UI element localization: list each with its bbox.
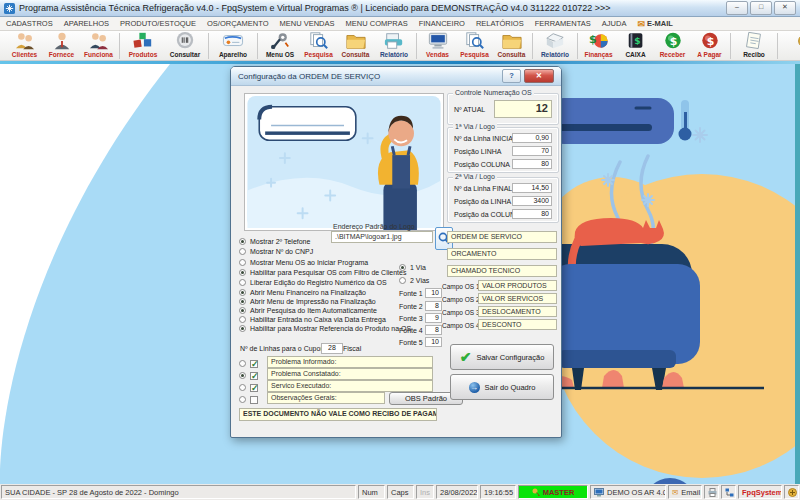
option-mostrar-2-telefone[interactable]: Mostrar 2º Telefone [239, 237, 310, 246]
radio-icon[interactable] [239, 384, 246, 391]
toolbar-relatorio-vendas[interactable]: Relatório [535, 31, 575, 60]
linha-final-field[interactable]: 14,50 [512, 183, 552, 193]
toolbar-pesquisa-vendas[interactable]: Pesquisa [456, 31, 493, 60]
toolbar-a-pagar[interactable]: $ A Pagar [691, 31, 728, 60]
titulo-orcamento-field[interactable]: ORCAMENTO [447, 248, 557, 260]
menu-produto-estoque[interactable]: PRODUTO/ESTOQUE [120, 19, 196, 28]
toolbar-recibo[interactable]: Recibo [733, 31, 775, 60]
fonte4-field[interactable]: 8 [425, 325, 442, 335]
titulo-ordem-servico-field[interactable]: ORDEM DE SERVICO [447, 231, 557, 243]
radio-icon[interactable] [239, 372, 246, 379]
close-button[interactable]: ✕ [774, 1, 796, 15]
option-1-via[interactable]: 1 Via [399, 263, 426, 272]
toolbar-moeda[interactable] [780, 31, 800, 60]
radio-icon[interactable] [239, 298, 246, 305]
radio-icon[interactable] [239, 238, 246, 245]
campo-os-1-field[interactable]: VALOR PRODUTOS [478, 280, 557, 291]
toolbar-consultar-produtos[interactable]: Consultar [164, 31, 206, 60]
radio-icon[interactable] [239, 316, 246, 323]
linha-inicial-field[interactable]: 0,90 [512, 133, 552, 143]
toolbar-vendas[interactable]: Vendas [419, 31, 456, 60]
radio-icon[interactable] [239, 259, 246, 266]
posicao-coluna-field[interactable]: 80 [512, 159, 552, 169]
toolbar-consulta-os[interactable]: Consulta [337, 31, 374, 60]
radio-icon[interactable] [239, 248, 246, 255]
campo-os-3-field[interactable]: DESLOCAMENTO [478, 306, 557, 317]
campo-os-4-field[interactable]: DESCONTO [478, 319, 557, 330]
radio-icon[interactable] [239, 325, 246, 332]
radio-icon[interactable] [399, 277, 406, 284]
status-printer[interactable] [704, 485, 719, 499]
option-referencia-produto-os[interactable]: Habilitar para Mostrar Referencia do Pro… [239, 324, 411, 333]
fonte1-field[interactable]: 10 [425, 288, 442, 298]
radio-icon[interactable] [239, 269, 246, 276]
toolbar-pesquisa-os[interactable]: Pesquisa [300, 31, 337, 60]
posicao-linha-field[interactable]: 70 [512, 146, 552, 156]
option-mostrar-cnpj[interactable]: Mostrar Nº do CNPJ [239, 247, 313, 256]
menu-os-orcamento[interactable]: OS/ORÇAMENTO [207, 19, 269, 28]
campo-os-2-field[interactable]: VALOR SERVICOS [478, 293, 557, 304]
menu-vendas[interactable]: MENU VENDAS [280, 19, 335, 28]
option-liberar-edicao-registro[interactable]: Liberar Edição do Registro Numérico da O… [239, 278, 387, 287]
fonte5-field[interactable]: 10 [425, 337, 442, 347]
maximize-button[interactable]: □ [750, 1, 772, 15]
menu-relatorios[interactable]: RELATÓRIOS [476, 19, 524, 28]
option-pesquisa-item-automatico[interactable]: Abrir Pesquisa do Item Automaticamente [239, 306, 377, 315]
cupom-field[interactable]: 28 [321, 343, 343, 354]
checkbox-icon[interactable] [250, 360, 258, 368]
radio-icon[interactable] [239, 289, 246, 296]
fonte3-field[interactable]: 9 [425, 313, 442, 323]
titulo-chamado-tecnico-field[interactable]: CHAMADO TECNICO [447, 265, 557, 277]
logo-path-field[interactable]: .\BITMAP\logoar1.jpg [331, 231, 433, 243]
checkbox-icon[interactable] [250, 372, 258, 380]
salvar-configuracao-button[interactable]: ✔ Salvar Configuração [450, 344, 554, 370]
menu-email[interactable]: ✉ E-MAIL [637, 19, 672, 29]
toolbar-consulta-vendas[interactable]: Consulta [493, 31, 530, 60]
option-menu-os-iniciar[interactable]: Mostrar Menu OS ao Iniciar Programa [239, 258, 368, 267]
toolbar-aparelho[interactable]: Aparelho [211, 31, 255, 60]
radio-icon[interactable] [399, 264, 406, 271]
servico-executado-field[interactable]: Servico Executado: [267, 380, 433, 392]
menu-compras[interactable]: MENU COMPRAS [346, 19, 408, 28]
option-entrada-caixa-data-entrega[interactable]: Habilitar Entrada no Caixa via Data Entr… [239, 315, 386, 324]
dialog-titlebar[interactable]: Configuração da ORDEM DE SERVIÇO ? ✕ [231, 67, 561, 86]
toolbar-relatorio-os[interactable]: Relatório [374, 31, 414, 60]
problema-informado-field[interactable]: Problema Informado: [267, 356, 433, 368]
menu-aparelhos[interactable]: APARELHOS [64, 19, 109, 28]
option-2-vias[interactable]: 2 Vias [399, 276, 429, 285]
option-menu-financeiro-finalizacao[interactable]: Abrir Menu Financeiro na Finalização [239, 288, 366, 297]
observacoes-gerais-field[interactable]: Observações Gerais: [267, 392, 385, 404]
posicao-da-coluna-field[interactable]: 80 [512, 209, 552, 219]
menu-ferramentas[interactable]: FERRAMENTAS [535, 19, 591, 28]
radio-icon[interactable] [239, 396, 246, 403]
posicao-da-linha-field[interactable]: 3400 [512, 196, 552, 206]
radio-icon[interactable] [239, 360, 246, 367]
problema-constatado-field[interactable]: Problema Constatado: [267, 368, 433, 380]
radio-icon[interactable] [239, 279, 246, 286]
checkbox-icon[interactable] [250, 384, 258, 392]
status-network[interactable] [721, 485, 736, 499]
menu-cadastros[interactable]: CADASTROS [6, 19, 53, 28]
menu-ajuda[interactable]: AJUDA [602, 19, 627, 28]
toolbar-receber[interactable]: $ Receber [654, 31, 691, 60]
menu-financeiro[interactable]: FINANCEIRO [419, 19, 465, 28]
num-atual-field[interactable]: 12 [494, 100, 552, 118]
toolbar-fornecedores[interactable]: Fornece [43, 31, 80, 60]
toolbar-menu-os[interactable]: Menu OS [260, 31, 300, 60]
dialog-close-button[interactable]: ✕ [524, 69, 554, 83]
option-pesquisar-filtro-clientes[interactable]: Habilitar para Pesquisar OS com Filtro d… [239, 268, 406, 277]
toolbar-financas[interactable]: $ Finanças [580, 31, 617, 60]
toolbar-funcionarios[interactable]: Funciona [80, 31, 117, 60]
toolbar-clientes[interactable]: Clientes [6, 31, 43, 60]
sair-do-quadro-button[interactable]: → Sair do Quadro [450, 374, 554, 400]
checkbox-icon[interactable] [250, 396, 258, 404]
toolbar-caixa[interactable]: $ CAIXA [617, 31, 654, 60]
toolbar-produtos[interactable]: Produtos [122, 31, 164, 60]
radio-icon[interactable] [239, 307, 246, 314]
option-menu-impressao-finalizacao[interactable]: Abrir Menu de Impressão na Finalização [239, 297, 376, 306]
minimize-button[interactable]: – [726, 1, 748, 15]
dialog-help-button[interactable]: ? [502, 69, 521, 83]
fonte2-field[interactable]: 8 [425, 301, 442, 311]
status-system[interactable] [784, 485, 799, 499]
status-email[interactable]: ✉ Email [668, 485, 702, 499]
